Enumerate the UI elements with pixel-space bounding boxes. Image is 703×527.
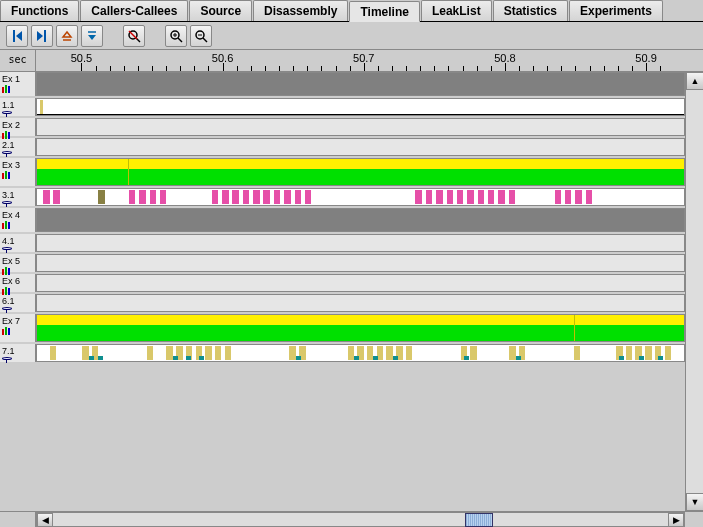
toolbar	[0, 22, 703, 50]
track-row: 4.1	[0, 234, 685, 252]
step-forward-button[interactable]	[31, 25, 53, 47]
tab-statistics[interactable]: Statistics	[493, 0, 568, 21]
track-label: Ex 6	[0, 274, 36, 292]
track-label: 4.1	[0, 234, 36, 252]
scroll-thumb[interactable]	[465, 513, 493, 527]
tab-disassembly[interactable]: Disassembly	[253, 0, 348, 21]
track-label: Ex 2	[0, 118, 36, 136]
bars-icon	[2, 171, 10, 179]
clock-icon	[2, 247, 12, 250]
track-content[interactable]	[36, 72, 685, 96]
clock-icon	[2, 357, 12, 360]
tab-source[interactable]: Source	[189, 0, 252, 21]
track-content[interactable]	[36, 188, 685, 206]
scroll-left-arrow[interactable]: ◀	[37, 513, 53, 527]
track-content[interactable]	[36, 158, 685, 186]
vertical-scrollbar[interactable]: ▲ ▼	[685, 72, 703, 511]
tab-functions[interactable]: Functions	[0, 0, 79, 21]
scroll-up-arrow[interactable]: ▲	[686, 72, 703, 90]
track-label: 2.1	[0, 138, 36, 156]
track-content[interactable]	[36, 294, 685, 312]
clock-icon	[2, 151, 12, 154]
tab-callerscallees[interactable]: Callers-Callees	[80, 0, 188, 21]
ruler-units-label: sec	[0, 50, 36, 71]
arrow-down-button[interactable]	[81, 25, 103, 47]
track-row: Ex 5	[0, 254, 685, 272]
track-label: 6.1	[0, 294, 36, 312]
track-row: Ex 7	[0, 314, 685, 342]
track-content[interactable]	[36, 274, 685, 292]
time-ruler: sec 50.550.650.750.850.9	[0, 50, 703, 72]
track-row: 6.1	[0, 294, 685, 312]
track-label: 3.1	[0, 188, 36, 206]
track-content[interactable]	[36, 98, 685, 116]
track-row: 1.1	[0, 98, 685, 116]
bars-icon	[2, 327, 10, 335]
track-content[interactable]	[36, 344, 685, 362]
track-label: Ex 3	[0, 158, 36, 186]
track-content[interactable]	[36, 254, 685, 272]
bars-icon	[2, 85, 10, 93]
scroll-right-arrow[interactable]: ▶	[668, 513, 684, 527]
track-row: Ex 6	[0, 274, 685, 292]
track-label: Ex 5	[0, 254, 36, 272]
track-label: Ex 7	[0, 314, 36, 342]
tab-timeline[interactable]: Timeline	[349, 1, 419, 22]
tab-leaklist[interactable]: LeakList	[421, 0, 492, 21]
track-label: Ex 1	[0, 72, 36, 96]
clock-icon	[2, 201, 12, 204]
track-content[interactable]	[36, 118, 685, 136]
clock-icon	[2, 111, 12, 114]
track-row: Ex 1	[0, 72, 685, 96]
track-row: 7.1	[0, 344, 685, 362]
tab-bar: FunctionsCallers-CalleesSourceDisassembl…	[0, 0, 703, 22]
track-row: Ex 4	[0, 208, 685, 232]
track-row: 3.1	[0, 188, 685, 206]
ruler-track: 50.550.650.750.850.9	[36, 50, 685, 71]
track-content[interactable]	[36, 138, 685, 156]
track-label: 1.1	[0, 98, 36, 116]
step-back-button[interactable]	[6, 25, 28, 47]
zoom-in-button[interactable]	[165, 25, 187, 47]
arrow-up-button[interactable]	[56, 25, 78, 47]
track-content[interactable]	[36, 208, 685, 232]
track-content[interactable]	[36, 234, 685, 252]
track-area: Ex 11.1Ex 22.1Ex 33.1Ex 44.1Ex 5Ex 66.1E…	[0, 72, 703, 511]
zoom-out-button[interactable]	[190, 25, 212, 47]
track-row: Ex 2	[0, 118, 685, 136]
track-label: 7.1	[0, 344, 36, 362]
scroll-down-arrow[interactable]: ▼	[686, 493, 703, 511]
track-row: Ex 3	[0, 158, 685, 186]
tab-experiments[interactable]: Experiments	[569, 0, 663, 21]
horizontal-scrollbar[interactable]: ◀ ▶	[0, 511, 703, 527]
track-label: Ex 4	[0, 208, 36, 232]
track-row: 2.1	[0, 138, 685, 156]
bars-icon	[2, 221, 10, 229]
track-content[interactable]	[36, 314, 685, 342]
clock-icon	[2, 307, 12, 310]
zoom-reset-button[interactable]	[123, 25, 145, 47]
